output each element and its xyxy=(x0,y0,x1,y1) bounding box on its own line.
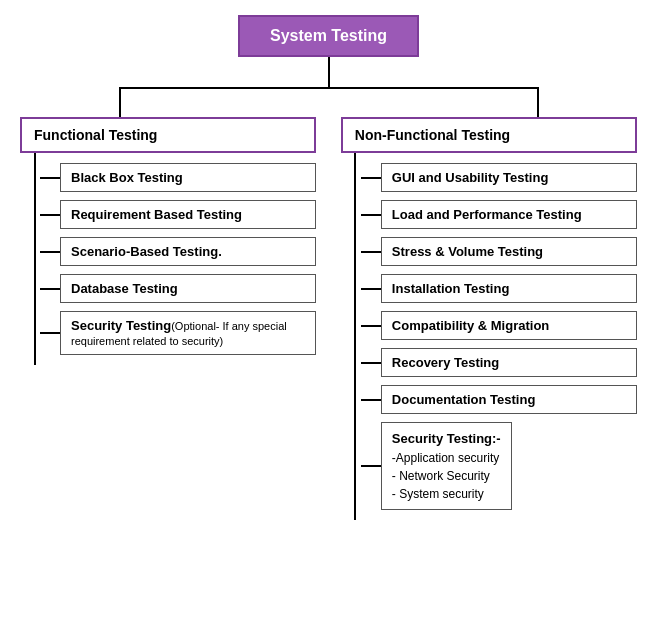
list-item: Black Box Testing xyxy=(40,163,316,192)
security-right-item-1: - Network Security xyxy=(392,469,501,483)
security-left-item: Security Testing(Optional- If any specia… xyxy=(60,311,316,355)
list-item: Security Testing:- -Application security… xyxy=(361,422,637,510)
black-box-item: Black Box Testing xyxy=(60,163,316,192)
list-item: GUI and Usability Testing xyxy=(361,163,637,192)
documentation-item: Documentation Testing xyxy=(381,385,637,414)
list-item: Database Testing xyxy=(40,274,316,303)
installation-item: Installation Testing xyxy=(381,274,637,303)
gui-item: GUI and Usability Testing xyxy=(381,163,637,192)
list-item: Compatibility & Migration xyxy=(361,311,637,340)
load-item: Load and Performance Testing xyxy=(381,200,637,229)
list-item: Stress & Volume Testing xyxy=(361,237,637,266)
database-label: Database Testing xyxy=(71,281,178,296)
hstub xyxy=(361,362,381,364)
hstub xyxy=(361,288,381,290)
stress-item: Stress & Volume Testing xyxy=(381,237,637,266)
top-vertical-line xyxy=(10,57,647,87)
left-connector xyxy=(20,153,40,365)
list-item: Load and Performance Testing xyxy=(361,200,637,229)
list-item: Requirement Based Testing xyxy=(40,200,316,229)
security-right-item-0: -Application security xyxy=(392,451,501,465)
hstub xyxy=(40,288,60,290)
scenario-based-label: Scenario-Based Testing. xyxy=(71,244,222,259)
hstub xyxy=(40,332,60,334)
recovery-label: Recovery Testing xyxy=(392,355,499,370)
compatibility-item: Compatibility & Migration xyxy=(381,311,637,340)
list-item: Security Testing(Optional- If any specia… xyxy=(40,311,316,355)
hstub xyxy=(40,177,60,179)
list-item: Installation Testing xyxy=(361,274,637,303)
security-right-item-2: - System security xyxy=(392,487,501,501)
stress-label: Stress & Volume Testing xyxy=(392,244,543,259)
scenario-based-item: Scenario-Based Testing. xyxy=(60,237,316,266)
left-column: Functional Testing Black Box Testing xyxy=(20,117,316,365)
documentation-label: Documentation Testing xyxy=(392,392,535,407)
security-right-item: Security Testing:- -Application security… xyxy=(381,422,512,510)
right-column: Non-Functional Testing GUI and Usability… xyxy=(341,117,637,520)
system-testing-node: System Testing xyxy=(238,15,419,57)
installation-label: Installation Testing xyxy=(392,281,510,296)
h-branch-inner xyxy=(69,87,589,117)
diagram: System Testing Functional Testing xyxy=(0,0,657,535)
hstub xyxy=(361,325,381,327)
left-items-wrap: Black Box Testing Requirement Based Test… xyxy=(20,153,316,365)
hstub xyxy=(40,251,60,253)
right-items-wrap: GUI and Usability Testing Load and Perfo… xyxy=(341,153,637,520)
system-testing-label: System Testing xyxy=(270,27,387,44)
right-connector xyxy=(341,153,361,520)
compatibility-label: Compatibility & Migration xyxy=(392,318,549,333)
horizontal-branch xyxy=(10,87,647,117)
non-functional-testing-box: Non-Functional Testing xyxy=(341,117,637,153)
requirement-based-label: Requirement Based Testing xyxy=(71,207,242,222)
columns: Functional Testing Black Box Testing xyxy=(10,117,647,520)
non-functional-testing-label: Non-Functional Testing xyxy=(355,127,510,143)
requirement-based-item: Requirement Based Testing xyxy=(60,200,316,229)
hstub xyxy=(361,214,381,216)
gui-label: GUI and Usability Testing xyxy=(392,170,549,185)
list-item: Scenario-Based Testing. xyxy=(40,237,316,266)
top-node-wrap: System Testing xyxy=(10,15,647,57)
database-item: Database Testing xyxy=(60,274,316,303)
hstub xyxy=(361,177,381,179)
black-box-label: Black Box Testing xyxy=(71,170,183,185)
hstub xyxy=(40,214,60,216)
load-label: Load and Performance Testing xyxy=(392,207,582,222)
recovery-item: Recovery Testing xyxy=(381,348,637,377)
list-item: Recovery Testing xyxy=(361,348,637,377)
functional-testing-box: Functional Testing xyxy=(20,117,316,153)
list-item: Documentation Testing xyxy=(361,385,637,414)
hstub xyxy=(361,465,381,467)
functional-testing-label: Functional Testing xyxy=(34,127,157,143)
right-items-list: GUI and Usability Testing Load and Perfo… xyxy=(361,153,637,520)
hstub xyxy=(361,251,381,253)
hstub xyxy=(361,399,381,401)
security-left-label: Security Testing xyxy=(71,318,171,333)
security-right-title: Security Testing:- xyxy=(392,431,501,446)
left-items-list: Black Box Testing Requirement Based Test… xyxy=(40,153,316,365)
